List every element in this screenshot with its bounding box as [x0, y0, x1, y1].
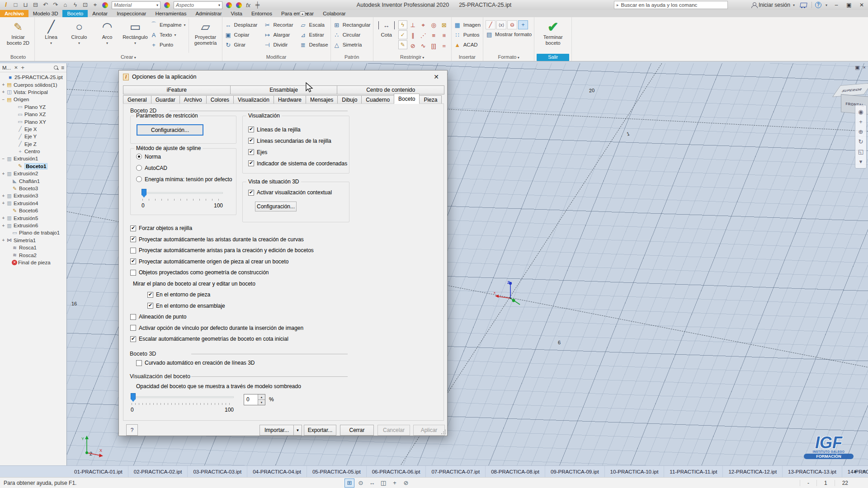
tree-item[interactable]: + ⋈ Simetría1 [0, 237, 66, 244]
store-cart-icon[interactable] [800, 3, 807, 8]
radio-option[interactable]: AutoCAD [136, 162, 232, 174]
ribbon-tab[interactable]: Anotar [88, 10, 112, 17]
modify-tool-button[interactable]: ✂ Recortar [264, 21, 293, 29]
modify-tool-button[interactable]: ↦ Alargar [264, 31, 293, 39]
help-icon[interactable]: ? [815, 2, 821, 8]
dialog-close-icon[interactable]: ✕ [429, 73, 443, 80]
colinear-icon[interactable]: ⋰ [419, 31, 428, 40]
home-icon[interactable]: ⌂ [61, 0, 70, 9]
modify-tool-button[interactable]: ↔ Desplazar [225, 21, 258, 29]
select-icon[interactable]: ⌖ [90, 0, 100, 9]
create-tool-button[interactable]: ⌒ Empalme [150, 21, 186, 29]
appearance-wheel-icon[interactable] [164, 2, 170, 8]
perpendicular-icon[interactable]: ⊥ [408, 20, 418, 30]
document-tab[interactable]: 10-PRACTICA-10.ipt [605, 466, 665, 477]
ribbon-tab[interactable]: Boceto [62, 10, 88, 17]
checkbox[interactable] [147, 303, 153, 309]
create-tool-button[interactable]: A Texto [150, 31, 186, 39]
ribbon-tab[interactable]: Herramientas [151, 10, 191, 17]
modify-tool-button[interactable]: ▱ Escala [299, 21, 328, 29]
checkbox[interactable] [130, 248, 136, 253]
tree-item[interactable]: + ▤ Cuerpos sólidos(1) [0, 81, 66, 88]
tree-item[interactable]: + ▥ Extrusión4 [0, 200, 66, 207]
dialog-tab[interactable]: Hardware [274, 95, 306, 104]
insert-tool-button[interactable]: ▦ Imagen [454, 21, 481, 29]
dialog-tab[interactable]: Visualización [233, 95, 274, 104]
dialog-tab[interactable]: Ensamblaje [230, 85, 338, 94]
ribbon-tab[interactable]: Para empezar [277, 10, 318, 17]
checkbox-option[interactable]: Líneas secundarias de la rejilla [248, 135, 347, 146]
document-tab[interactable]: 08-PRACTICA-08.ipt [486, 466, 545, 477]
tree-expander[interactable]: + [1, 216, 6, 221]
checkbox-option[interactable]: Curvado automático en creación de líneas… [136, 360, 255, 366]
opacity-spinner[interactable]: 0 ▲▼ [244, 394, 265, 405]
checkbox-option[interactable]: Líneas de la rejilla [248, 124, 347, 135]
slider-thumb[interactable] [142, 189, 146, 197]
tree-item[interactable]: ≋ Rosca1 [0, 244, 66, 251]
add-panel-icon[interactable]: + [21, 64, 25, 71]
close-button[interactable]: ✕ [855, 2, 868, 8]
project-geometry-button[interactable]: ▱ Proyectar geometría [192, 18, 220, 54]
grid-snap-icon[interactable]: ⊞ [344, 479, 354, 488]
qat-customize-icon[interactable]: ╪ [253, 0, 262, 9]
tree-item[interactable]: ✕ Final de pieza [0, 259, 66, 266]
opacity-value[interactable]: 0 [244, 394, 258, 405]
tree-item[interactable]: ╱ Eje Y [0, 133, 66, 140]
constraint-settings-icon[interactable]: ✎ [398, 40, 407, 49]
dialog-tab[interactable]: Archivo [179, 95, 207, 104]
checkbox[interactable] [130, 336, 136, 342]
help-search-input[interactable]: ▸ Buscar en la ayuda y los comanc [614, 1, 728, 9]
close-dialog-button[interactable]: Cerrar [340, 425, 374, 436]
slice-view-icon[interactable]: ◫ [378, 479, 388, 488]
spin-up-icon[interactable]: ▲ [258, 394, 265, 400]
checkbox-option[interactable]: Mirar el plano de boceto al crear y edit… [130, 278, 429, 290]
restore-button[interactable]: ▣ [843, 2, 855, 8]
minimize-button[interactable]: – [830, 2, 843, 8]
dialog-tab[interactable]: Colores [206, 95, 234, 104]
radio-option[interactable]: Norma [136, 151, 232, 162]
start-2d-sketch-button[interactable]: ✎ Iniciar boceto 2D [4, 18, 32, 54]
aspect-combo[interactable]: Aspecto▾ [174, 1, 222, 9]
checkbox-option[interactable]: Activar visualización contextual [248, 189, 332, 196]
checkbox-option[interactable]: Activar opción de vínculo por defecto du… [130, 323, 429, 334]
radio-button[interactable] [136, 176, 142, 182]
document-tab[interactable]: 11-PRACTICA-11.ipt [664, 466, 723, 477]
open-icon[interactable]: ⊔ [21, 0, 30, 9]
driven-dim-icon[interactable]: ⟨x⟩ [496, 20, 506, 29]
checkbox-option[interactable]: Proyectar automáticamente aristas para l… [130, 245, 429, 256]
tree-expander[interactable]: − [1, 97, 6, 102]
document-tab[interactable]: 07-PRACTICA-07.ipt [426, 466, 486, 477]
modify-tool-button[interactable]: ≣ Desfase [299, 41, 328, 49]
horizontal-icon[interactable]: ≡ [429, 31, 439, 40]
smooth-icon[interactable]: ∿ [419, 41, 428, 51]
modify-tool-button[interactable]: ⊣ Dividir [264, 41, 293, 49]
tree-expander[interactable]: + [1, 201, 6, 206]
inventor-logo-icon[interactable]: I [1, 1, 10, 9]
checkbox-option[interactable]: Escalar automáticamente geometrías de bo… [130, 333, 429, 345]
checkbox[interactable] [248, 160, 254, 166]
construction-icon[interactable]: ╱ [486, 20, 495, 29]
tree-item[interactable]: + ▥ Extrusión6 [0, 222, 66, 229]
dialog-tab[interactable]: Centro de contenido [337, 85, 444, 94]
chevron-down-icon[interactable]: ▾ [793, 3, 795, 7]
tree-item[interactable]: ■ 25-PRACTICA-25.ipt [0, 74, 66, 81]
browser-tab-label[interactable]: M... [2, 65, 11, 70]
finish-sketch-button[interactable]: ✔ Terminar boceto [537, 18, 569, 54]
ribbon-tab[interactable]: Inspeccionar [112, 10, 151, 17]
ribbon-collapse-control[interactable]: ▴▾ [300, 10, 308, 17]
create-tool-button[interactable]: ◠ Arco [93, 18, 121, 54]
checkbox-option[interactable]: Objetos proyectados como geometría de co… [130, 267, 429, 278]
checkbox[interactable] [130, 314, 136, 320]
tree-item[interactable]: ▭ Plano de trabajo1 [0, 229, 66, 236]
dialog-tab[interactable]: Cuaderno [361, 95, 394, 104]
checkbox[interactable] [147, 292, 153, 298]
document-tab[interactable]: 01-PRACTICA-01.ipt [69, 466, 128, 477]
document-tab[interactable]: 05-PRACTICA-05.ipt [307, 466, 367, 477]
dimension-button[interactable]: ↔ Cota [376, 18, 397, 54]
flash-update-icon[interactable]: ϟ [71, 0, 80, 9]
tree-item[interactable]: ▭ Plano XY [0, 118, 66, 125]
dialog-tab[interactable]: Dibujo [337, 95, 362, 104]
ribbon-tab[interactable]: Colaborar [318, 10, 350, 17]
appearance-add-icon[interactable] [226, 2, 232, 8]
import-button[interactable]: Importar... [259, 425, 294, 436]
